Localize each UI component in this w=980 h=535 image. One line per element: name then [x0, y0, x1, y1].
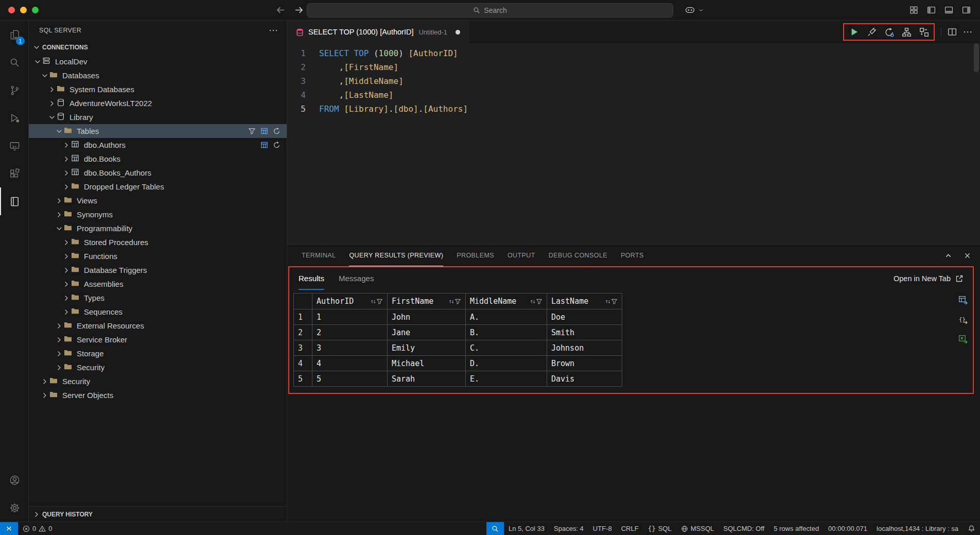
result-cell[interactable]: Davis	[547, 371, 622, 387]
result-cell[interactable]: 2	[312, 325, 388, 340]
eol-status[interactable]: CRLF	[617, 522, 643, 535]
activity-settings[interactable]	[0, 494, 28, 522]
editor-more-actions-icon[interactable]: ⋯	[963, 26, 973, 38]
minimize-window-button[interactable]	[20, 7, 27, 13]
activity-sql-server[interactable]	[0, 187, 28, 215]
column-header-middlename[interactable]: MiddleName↑↓	[466, 294, 547, 309]
save-as-json-icon[interactable]: {}	[958, 315, 968, 326]
result-row-4[interactable]: 44MichaelD.Brown	[294, 356, 622, 371]
run-query-button[interactable]	[849, 27, 859, 37]
copilot-menu[interactable]	[685, 5, 705, 15]
open-in-new-tab-button[interactable]: Open in New Tab	[894, 267, 964, 290]
more-actions-icon[interactable]: ⋯	[269, 25, 278, 36]
maximize-window-button[interactable]	[32, 7, 39, 13]
result-cell[interactable]: A.	[466, 309, 547, 325]
split-editor-icon[interactable]	[948, 27, 957, 37]
forward-icon[interactable]	[294, 5, 304, 15]
result-cell[interactable]: 5	[312, 371, 388, 387]
cursor-position-status[interactable]: Ln 5, Col 33	[504, 522, 549, 535]
tree-item-databases[interactable]: Databases	[29, 68, 287, 82]
activity-source-control[interactable]	[0, 76, 28, 104]
refresh-icon[interactable]	[273, 127, 281, 135]
code-line-5[interactable]: 5FROM [Library].[dbo].[Authors]	[287, 102, 980, 116]
result-cell[interactable]: C.	[466, 340, 547, 356]
close-window-button[interactable]	[8, 7, 15, 13]
filter-icon[interactable]	[376, 298, 383, 305]
activity-run-debug[interactable]	[0, 104, 28, 132]
select-top-1000-icon[interactable]	[260, 127, 268, 135]
code-line-2[interactable]: 2 ,[FirstName]	[287, 60, 980, 74]
save-as-csv-icon[interactable]	[958, 295, 968, 306]
connections-section-header[interactable]: CONNECTIONS	[29, 40, 287, 55]
remote-indicator[interactable]	[0, 522, 18, 535]
tree-item-system-databases[interactable]: System Databases	[29, 82, 287, 96]
disconnect-button[interactable]	[867, 27, 877, 37]
activity-explorer[interactable]: 1	[0, 21, 28, 48]
result-cell[interactable]: B.	[466, 325, 547, 340]
result-cell[interactable]: E.	[466, 371, 547, 387]
results-subtab-results[interactable]: Results	[299, 267, 324, 290]
panel-tab-ports[interactable]: PORTS	[621, 245, 644, 266]
tree-item-stored-procedures[interactable]: Stored Procedures	[29, 235, 287, 249]
command-center-search[interactable]: Search	[307, 3, 673, 18]
panel-tab-debug-console[interactable]: DEBUG CONSOLE	[549, 245, 607, 266]
code-line-1[interactable]: 1SELECT TOP (1000) [AuthorID]	[287, 46, 980, 60]
tree-item-security[interactable]: Security	[29, 360, 287, 374]
result-cell[interactable]: Jane	[388, 325, 466, 340]
filter-icon[interactable]	[454, 298, 461, 305]
result-cell[interactable]: Smith	[547, 325, 622, 340]
result-row-1[interactable]: 11JohnA.Doe	[294, 309, 622, 325]
column-header-authorid[interactable]: AuthorID↑↓	[312, 294, 388, 309]
toggle-secondary-sidebar-icon[interactable]	[962, 6, 971, 14]
sort-icon[interactable]: ↑↓	[370, 298, 375, 305]
toggle-panel-icon[interactable]	[944, 6, 953, 14]
result-row-5[interactable]: 55SarahE.Davis	[294, 371, 622, 387]
results-subtab-messages[interactable]: Messages	[339, 267, 374, 290]
column-header-lastname[interactable]: LastName↑↓	[547, 294, 622, 309]
change-connection-button[interactable]	[884, 27, 894, 37]
tree-item-synonyms[interactable]: Synonyms	[29, 208, 287, 221]
zoom-status-button[interactable]	[486, 522, 504, 535]
customize-layout-icon[interactable]	[909, 6, 918, 14]
encoding-status[interactable]: UTF-8	[588, 522, 617, 535]
panel-tab-problems[interactable]: PROBLEMS	[457, 245, 494, 266]
query-history-section-header[interactable]: QUERY HISTORY	[29, 506, 287, 522]
result-row-2[interactable]: 22JaneB.Smith	[294, 325, 622, 340]
indentation-status[interactable]: Spaces: 4	[549, 522, 588, 535]
result-cell[interactable]: 1	[312, 309, 388, 325]
activity-remote-explorer[interactable]	[0, 132, 28, 160]
panel-tab-output[interactable]: OUTPUT	[507, 245, 535, 266]
tree-item-dropped-ledger-tables[interactable]: Dropped Ledger Tables	[29, 180, 287, 194]
result-cell[interactable]: Sarah	[388, 371, 466, 387]
result-cell[interactable]: Brown	[547, 356, 622, 371]
tree-item-dbo-authors[interactable]: dbo.Authors	[29, 138, 287, 152]
code-line-3[interactable]: 3 ,[MiddleName]	[287, 74, 980, 88]
result-cell[interactable]: John	[388, 309, 466, 325]
tree-item-database-triggers[interactable]: Database Triggers	[29, 263, 287, 277]
estimated-plan-button[interactable]	[902, 27, 912, 37]
notifications-bell[interactable]	[963, 522, 980, 535]
select-top-1000-icon[interactable]	[260, 141, 268, 149]
tree-item-server-objects[interactable]: Server Objects	[29, 388, 287, 402]
panel-tab-terminal[interactable]: TERMINAL	[302, 245, 336, 266]
tree-item-adventureworkslt2022[interactable]: AdventureWorksLT2022	[29, 96, 287, 110]
activity-search[interactable]	[0, 48, 28, 76]
tree-item-sequences[interactable]: Sequences	[29, 305, 287, 319]
problems-status[interactable]: 0 0	[18, 522, 57, 535]
code-editor[interactable]: 1SELECT TOP (1000) [AuthorID]2 ,[FirstNa…	[287, 43, 980, 244]
tree-item-functions[interactable]: Functions	[29, 249, 287, 263]
result-cell[interactable]: D.	[466, 356, 547, 371]
result-row-3[interactable]: 33EmilyC.Johnson	[294, 340, 622, 356]
language-status[interactable]: {} SQL	[643, 522, 676, 535]
result-cell[interactable]: Michael	[388, 356, 466, 371]
tree-item-programmability[interactable]: Programmability	[29, 221, 287, 235]
filter-icon[interactable]	[611, 298, 618, 305]
panel-tab-query-results-preview[interactable]: QUERY RESULTS (PREVIEW)	[349, 245, 443, 266]
tree-item-localdev[interactable]: LocalDev	[29, 55, 287, 68]
tree-item-external-resources[interactable]: External Resources	[29, 319, 287, 333]
result-cell[interactable]: Johnson	[547, 340, 622, 356]
tree-item-library[interactable]: Library	[29, 110, 287, 124]
result-cell[interactable]: Doe	[547, 309, 622, 325]
tree-item-assemblies[interactable]: Assemblies	[29, 277, 287, 291]
result-cell[interactable]: 3	[312, 340, 388, 356]
